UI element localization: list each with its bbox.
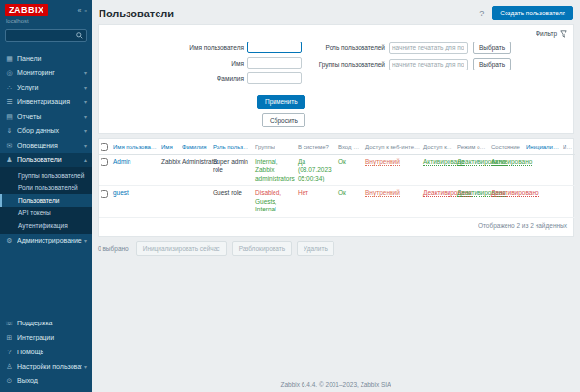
sidebar-item-label: Оповещения (17, 142, 82, 149)
sidebar-item-label: Инвентаризация (17, 98, 82, 105)
sidebar-item-signout[interactable]: ⊙ Выход (0, 374, 92, 388)
column-surname[interactable]: Фамилия (180, 139, 211, 155)
sidebar-item-services[interactable]: ∴ Услуги ▾ (0, 80, 92, 95)
sidebar-item-alerts[interactable]: ✉ Оповещения ▾ (0, 138, 92, 153)
filter-left-column: Имя пользователя Имя Фамилия Применить С… (104, 42, 309, 127)
user-role-cell: Super admin role (211, 155, 253, 186)
kiosk-mode-icon[interactable]: ▫ (85, 7, 87, 14)
sidebar-item-inventory[interactable]: ☰ Инвентаризация ▾ (0, 95, 92, 109)
chevron-down-icon: ▾ (84, 142, 87, 149)
sidebar-item-reports[interactable]: ▤ Отчеты ▾ (0, 109, 92, 124)
column-role[interactable]: Роль пользователя (211, 139, 253, 155)
sidebar-item-administration[interactable]: ⚙ Администрирование ▾ (0, 234, 92, 248)
users-table: Имя пользователя ▲ Имя Фамилия Роль поль… (99, 139, 575, 218)
sidebar-item-label: Мониторинг (17, 70, 82, 76)
user-groups-filter-label: Группы пользователей (309, 61, 389, 68)
sidebar-item-support[interactable]: ☏ Поддержка (0, 316, 92, 330)
help-icon[interactable]: ? (479, 9, 484, 18)
filter-tab[interactable]: Фильтр (536, 30, 567, 38)
filter-right-column: Роль пользователей Выбрать Группы пользо… (309, 42, 511, 127)
column-info: Инфо (561, 139, 575, 155)
sidebar-item-label: Пользователи (17, 156, 82, 163)
sidebar-search-input[interactable] (6, 32, 76, 39)
sidebar-item-users-section[interactable]: ♟ Пользователи ▴ (0, 153, 92, 167)
table-row: Admin Zabbix Administrator Super admin r… (99, 155, 575, 186)
help-icon: ? (5, 349, 14, 355)
user-status-link[interactable]: Деактивировано (491, 189, 539, 197)
provision-now-button[interactable]: Инициализировать сейчас (136, 241, 227, 256)
row-checkbox[interactable] (101, 158, 108, 166)
sidebar-item-authentication[interactable]: Аутентификация (0, 219, 92, 232)
integrations-icon: ⊞ (5, 334, 14, 342)
column-online: В системе? (296, 139, 336, 155)
create-user-button[interactable]: Создать пользователя (492, 6, 573, 20)
sidebar-item-help[interactable]: ? Помощь (0, 345, 92, 359)
username-link[interactable]: guest (113, 189, 129, 196)
sidebar-item-monitoring[interactable]: ◎ Мониторинг ▾ (0, 66, 92, 80)
username-filter-label: Имя пользователя (104, 44, 247, 51)
reset-filter-button[interactable]: Сбросить (262, 113, 305, 127)
user-status-link[interactable]: Активировано (491, 158, 532, 166)
user-name-cell: Zabbix (160, 155, 180, 186)
gui-access-link[interactable]: Внутренний (365, 158, 400, 166)
sidebar-item-label: Интеграции (17, 334, 87, 341)
sidebar-item-user-settings[interactable]: ♙ Настройки пользователя ▾ (0, 359, 92, 374)
sidebar-item-users[interactable]: Пользователи (0, 194, 92, 207)
group-link[interactable]: Zabbix administrators (255, 166, 295, 181)
unblock-button[interactable]: Разблокировать (232, 241, 292, 256)
dashboard-icon: ▦ (5, 55, 14, 63)
signout-icon: ⊙ (5, 378, 14, 385)
column-groups: Группы (253, 139, 296, 155)
sidebar-item-label: Помощь (17, 349, 87, 355)
inventory-icon: ☰ (5, 98, 14, 106)
filter-tab-label: Фильтр (536, 30, 557, 37)
online-status: Нет (298, 189, 308, 196)
surname-filter-input[interactable] (247, 72, 302, 84)
group-link[interactable]: Guests, (255, 198, 276, 205)
user-groups-filter-input[interactable] (389, 59, 468, 70)
user-roles-filter-input[interactable] (389, 42, 468, 54)
users-submenu: Группы пользователей Роли пользователей … (0, 167, 92, 234)
user-role-cell: Guest role (211, 186, 253, 217)
zabbix-logo[interactable]: ZABBIX (5, 4, 48, 16)
username-link[interactable]: Admin (113, 158, 130, 165)
table-header-row: Имя пользователя ▲ Имя Фамилия Роль поль… (99, 139, 575, 155)
sidebar-item-data-collection[interactable]: ⇓ Сбор данных ▾ (0, 124, 92, 138)
collapse-sidebar-icon[interactable]: « (78, 7, 82, 14)
online-status: Да (08.07.2023 05:00:34) (298, 158, 332, 182)
sidebar-item-dashboards[interactable]: ▦ Панели (0, 51, 92, 66)
support-icon: ☏ (5, 320, 14, 327)
select-user-role-button[interactable]: Выбрать (473, 42, 511, 54)
funnel-icon (560, 30, 567, 38)
column-debug-mode: Режим отладки (455, 139, 489, 155)
sidebar-menu: ▦ Панели ◎ Мониторинг ▾ ∴ Услуги ▾ ☰ Инв… (0, 51, 92, 248)
group-link[interactable]: Internal (255, 206, 276, 212)
sidebar-item-integrations[interactable]: ⊞ Интеграции (0, 330, 92, 345)
column-provisioned[interactable]: Инициализирован (524, 139, 561, 155)
selected-count: 0 выбрано (98, 245, 129, 252)
sidebar-item-user-groups[interactable]: Группы пользователей (0, 169, 92, 182)
row-checkbox[interactable] (101, 190, 108, 198)
sidebar-item-user-roles[interactable]: Роли пользователей (0, 182, 92, 194)
users-icon: ♟ (5, 156, 14, 164)
apply-filter-button[interactable]: Применить (257, 95, 305, 109)
select-all-checkbox[interactable] (101, 143, 108, 151)
sidebar-item-label: Настройки пользователя (17, 363, 82, 370)
delete-button[interactable]: Удалить (297, 241, 334, 256)
group-link[interactable]: Internal, (255, 158, 278, 165)
filter-panel: Фильтр Имя пользователя Имя Фамилия (98, 24, 574, 134)
username-filter-input[interactable] (247, 42, 302, 53)
sidebar-item-api-tokens[interactable]: API токены (0, 207, 92, 219)
search-icon (76, 32, 83, 39)
sidebar-item-label: Поддержка (17, 320, 87, 326)
users-table-panel: Имя пользователя ▲ Имя Фамилия Роль поль… (98, 138, 574, 237)
name-filter-input[interactable] (247, 57, 302, 69)
login-status: Ок (338, 189, 346, 196)
sidebar-search[interactable] (5, 29, 87, 42)
page-title: Пользователи (99, 8, 174, 19)
column-username[interactable]: Имя пользователя ▲ (111, 139, 160, 155)
gui-access-link[interactable]: Внутренний (365, 189, 400, 197)
column-name[interactable]: Имя (160, 139, 180, 155)
select-user-group-button[interactable]: Выбрать (473, 58, 511, 70)
group-link[interactable]: Disabled, (255, 189, 281, 196)
